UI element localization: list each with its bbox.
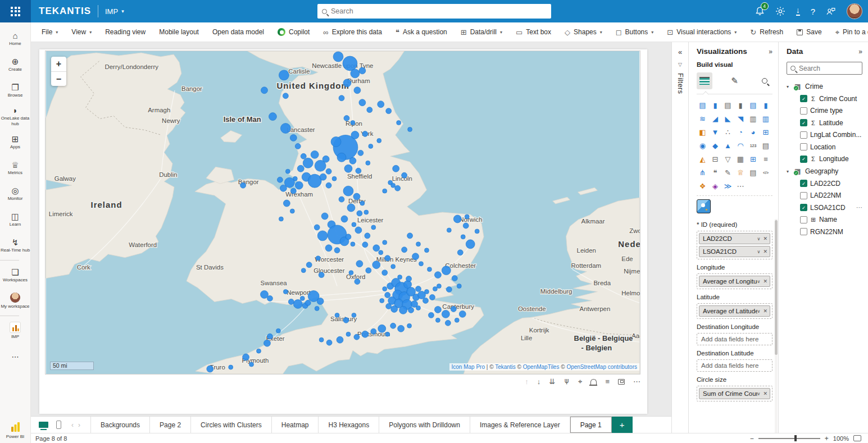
filters-pane-title[interactable]: Filters (676, 73, 684, 94)
scrollbar-thumb[interactable] (775, 220, 778, 355)
crime-bubble[interactable] (355, 279, 360, 285)
visual-100-stacked-bar-chart[interactable]: ▤ (747, 99, 759, 111)
icon-map-pro-visual-button[interactable] (697, 199, 711, 213)
crime-bubble[interactable] (475, 229, 479, 234)
crime-bubble[interactable] (283, 93, 288, 99)
crime-bubble[interactable] (428, 312, 434, 318)
crime-bubble[interactable] (378, 325, 386, 332)
visual-gauge[interactable]: ◠ (735, 140, 747, 152)
field-pill-lsoa21cd[interactable]: LSOA21CD∨✕ (699, 246, 770, 257)
attribution-link[interactable]: Tekantis (495, 364, 516, 370)
visual-funnel-chart[interactable]: ▼ (710, 126, 721, 138)
crime-bubble[interactable] (263, 340, 270, 346)
crime-bubble[interactable] (351, 131, 359, 139)
visual-stacked-column-chart[interactable]: ▮ (710, 99, 721, 111)
field-row-lnglat-combin[interactable]: LngLat Combin... (787, 129, 862, 141)
crime-bubble[interactable] (371, 328, 376, 334)
crime-bubble[interactable] (402, 172, 407, 178)
sidebar-item-metrics[interactable]: ♕Metrics (0, 155, 31, 181)
crime-bubble[interactable] (399, 306, 407, 314)
crime-bubble[interactable] (343, 317, 349, 323)
visual-kpi[interactable]: ◭ (697, 153, 708, 165)
expand-filters-icon[interactable]: « (678, 48, 682, 56)
crime-bubble[interactable] (397, 121, 401, 125)
fit-to-page-icon[interactable] (853, 435, 861, 441)
crime-bubble[interactable] (398, 325, 405, 332)
field-checkbox[interactable] (800, 216, 807, 223)
field-row-lad22cd[interactable]: ✓LAD22CD (787, 177, 862, 190)
map-zoom-out-button[interactable]: − (51, 71, 66, 86)
scroll-tabs-left-icon[interactable]: ‹ (71, 421, 74, 429)
empty-well-dropzone[interactable]: Add data fields here (697, 333, 772, 345)
crime-bubble[interactable] (283, 200, 290, 207)
mobile-view-button[interactable] (56, 421, 61, 429)
zoom-in-button[interactable]: + (825, 435, 829, 442)
user-avatar[interactable] (847, 3, 862, 19)
menu-item-reading-view[interactable]: Reading view (99, 24, 152, 40)
crime-bubble[interactable] (333, 52, 343, 62)
visual-scatter-chart[interactable]: ∴ (722, 126, 734, 138)
crime-bubble[interactable] (269, 113, 276, 121)
visual-parameter-slider[interactable]: ≡ (760, 153, 772, 165)
remove-field-icon[interactable]: ✕ (763, 391, 767, 396)
visual-multi-row-card[interactable]: ▤ (760, 140, 772, 152)
visual-paginated-report[interactable]: ▤ (747, 167, 759, 179)
field-row-location[interactable]: Location (787, 141, 862, 153)
notifications-button[interactable]: 4 (755, 6, 765, 16)
crime-bubble[interactable] (416, 305, 421, 310)
crime-bubble[interactable] (372, 261, 380, 269)
remove-field-icon[interactable]: ✕ (763, 249, 767, 254)
zoom-out-button[interactable]: − (750, 435, 754, 442)
field-pill-lad22cd[interactable]: LAD22CD∨✕ (699, 233, 770, 244)
crime-bubble[interactable] (317, 231, 328, 241)
expander-chevron-icon[interactable]: ▾ (787, 169, 792, 174)
crime-bubble[interactable] (457, 250, 463, 255)
crime-bubble[interactable] (351, 242, 355, 246)
crime-bubble[interactable] (362, 242, 368, 248)
sidebar-item-my-workspace[interactable]: My workspace (0, 288, 31, 314)
tab-analytics[interactable] (757, 72, 772, 89)
empty-well-dropzone[interactable]: Add data fields here (697, 359, 772, 372)
map-zoom-in-button[interactable]: + (51, 57, 66, 71)
table-row-geography[interactable]: ▾▦Geography (787, 165, 862, 177)
crime-bubble[interactable] (326, 182, 331, 188)
crime-bubble[interactable] (445, 320, 451, 326)
crime-bubble[interactable] (356, 261, 363, 267)
crime-bubble[interactable] (293, 299, 302, 308)
visual-map[interactable]: ◉ (697, 140, 708, 152)
crime-bubble[interactable] (434, 306, 441, 313)
download-button[interactable]: ↓ (796, 7, 800, 16)
crime-bubble[interactable] (461, 235, 465, 239)
crime-bubble[interactable] (352, 313, 356, 317)
sidebar-item-browse[interactable]: ❐Browse (0, 77, 31, 103)
crime-bubble[interactable] (429, 294, 435, 300)
crime-bubble[interactable] (339, 197, 344, 202)
crime-bubble[interactable] (442, 266, 451, 275)
visual-card[interactable]: 123 (747, 140, 759, 152)
crime-bubble[interactable] (427, 267, 431, 272)
field-checkbox[interactable]: ✓ (800, 119, 807, 126)
page-tab-images-reference-layer[interactable]: Images & Reference Layer (470, 417, 570, 433)
crime-bubble[interactable] (369, 144, 373, 148)
menu-item-visual-interactions[interactable]: ⊡Visual interactions▾ (661, 24, 743, 40)
page-tab-polygons-with-drilldown[interactable]: Polygons with Drilldown (379, 417, 470, 433)
new-page-button[interactable]: + (612, 417, 633, 433)
attribution-link[interactable]: Icon Map Pro (452, 364, 485, 370)
crime-bubble[interactable] (326, 168, 331, 174)
crime-bubble[interactable] (288, 299, 294, 304)
field-checkbox[interactable] (800, 143, 807, 150)
crime-bubble[interactable] (424, 290, 429, 294)
crime-bubble[interactable] (459, 310, 466, 317)
attribution-link[interactable]: OpenStreetMap contributors (566, 364, 637, 370)
sidebar-item-workspaces[interactable]: ❏Workspaces (0, 262, 31, 288)
crime-bubble[interactable] (359, 67, 366, 74)
crime-bubble[interactable] (240, 182, 246, 188)
field-pill-average-of-latitude[interactable]: Average of Latitude∨✕ (699, 305, 770, 317)
crime-bubble[interactable] (339, 95, 344, 101)
data-search-input[interactable]: Search (787, 62, 862, 75)
crime-bubble[interactable] (279, 70, 289, 80)
crime-bubble[interactable] (306, 262, 312, 268)
feedback-button[interactable] (826, 7, 836, 16)
page-tab-heatmap[interactable]: Heatmap (272, 417, 319, 433)
crime-bubble[interactable] (315, 306, 319, 310)
